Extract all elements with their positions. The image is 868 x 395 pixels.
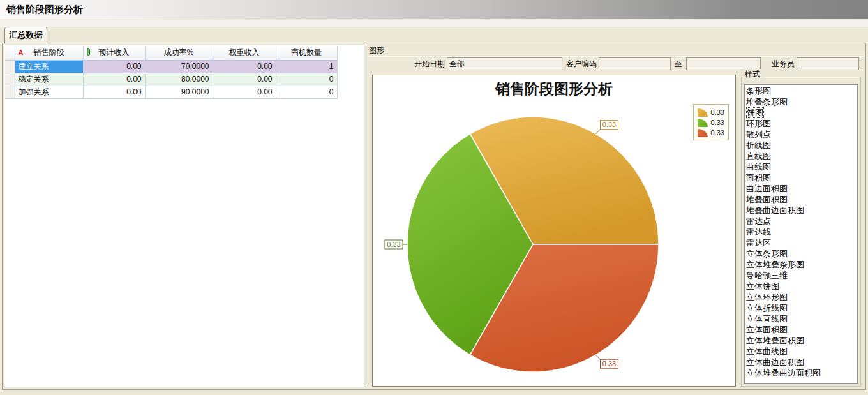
column-header-0[interactable]: A销售阶段 <box>15 46 83 60</box>
style-option[interactable]: 曲线图 <box>745 161 857 172</box>
style-option[interactable]: 雷达区 <box>745 237 857 248</box>
style-option[interactable]: 雷达线 <box>745 227 857 237</box>
column-header-3[interactable]: 权重收入 <box>213 46 276 60</box>
style-option[interactable]: 雷达点 <box>745 216 857 227</box>
row-indicator[interactable] <box>5 60 15 73</box>
table-cell[interactable]: 90.0000 <box>145 86 213 98</box>
table-cell[interactable]: 加强关系 <box>15 86 83 98</box>
pie-chart: 0.33 0.33 0.33 <box>373 75 737 387</box>
summary-table-panel: A销售阶段预计收入成功率%权重收入商机数量建立关系0.0070.00000.00… <box>4 45 364 387</box>
table-cell[interactable]: 建立关系 <box>15 60 83 73</box>
legend-item: 0.33 <box>698 117 724 128</box>
row-indicator[interactable] <box>5 86 15 98</box>
tab-summary-data-label: 汇总数据 <box>10 30 43 40</box>
row-indicator[interactable] <box>5 73 15 86</box>
table-cell[interactable]: 0.00 <box>213 60 276 73</box>
table-cell[interactable]: 1 <box>276 60 337 73</box>
style-option[interactable]: 立体堆叠面积图 <box>745 335 857 346</box>
top-strip <box>0 20 868 27</box>
table-cell[interactable]: 0 <box>276 73 337 86</box>
style-group-label: 样式 <box>743 69 762 80</box>
chart-area: 0.33 0.33 0.33 销售阶段图形分析 0.33 0.33 0.33 <box>372 75 736 387</box>
table-row[interactable]: 建立关系0.0070.00000.001 <box>5 60 337 73</box>
style-option[interactable]: 堆叠面积图 <box>745 194 857 205</box>
style-option[interactable]: 立体直线图 <box>745 313 857 324</box>
style-option[interactable]: 立体条形图 <box>745 248 857 259</box>
data-label-value: 0.33 <box>602 121 616 128</box>
chart-style-listbox[interactable]: 条形图堆叠条形图饼图环形图散列点折线图直线图曲线图面积图曲边面积图堆叠面积图堆叠… <box>744 84 858 384</box>
tab-summary-data[interactable]: 汇总数据 <box>4 27 47 43</box>
table-cell[interactable]: 0.00 <box>83 73 145 86</box>
group-separator <box>368 56 864 57</box>
style-option[interactable]: 散列点 <box>745 129 857 140</box>
style-option[interactable]: 立体曲线图 <box>745 346 857 357</box>
data-label-connector <box>596 355 601 359</box>
legend-value: 0.33 <box>711 129 724 137</box>
style-option[interactable]: 立体曲边面积图 <box>745 357 857 368</box>
style-option[interactable]: 饼图 <box>745 107 857 118</box>
column-header-label: 权重收入 <box>229 48 260 57</box>
table-cell[interactable]: 稳定关系 <box>15 73 83 86</box>
customer-code-label: 客户编码 <box>561 57 597 70</box>
column-header-label: 成功率% <box>164 48 194 57</box>
style-option[interactable]: 立体面积图 <box>745 324 857 335</box>
data-label-value: 0.33 <box>387 241 400 248</box>
table-cell[interactable]: 70.0000 <box>145 60 213 73</box>
legend-item: 0.33 <box>698 128 724 138</box>
customer-code-to-input[interactable] <box>686 57 761 70</box>
start-date-input[interactable] <box>447 57 562 70</box>
style-option[interactable]: 曲边面积图 <box>745 183 857 194</box>
column-header-label: 预计收入 <box>99 48 130 57</box>
style-option[interactable]: 堆叠曲边面积图 <box>745 205 857 216</box>
style-option[interactable]: 曼哈顿三维 <box>745 270 857 281</box>
content-panel: A销售阶段预计收入成功率%权重收入商机数量建立关系0.0070.00000.00… <box>2 43 866 390</box>
table-cell[interactable]: 0.00 <box>83 86 145 98</box>
start-date-label: 开始日期 <box>409 57 445 70</box>
style-option[interactable]: 立体环形图 <box>745 292 857 302</box>
column-header-label: 商机数量 <box>291 48 322 57</box>
legend-item: 0.33 <box>698 107 724 117</box>
selected-style-focus: 饼图 <box>746 107 764 118</box>
salesman-input[interactable] <box>797 57 859 70</box>
table-cell[interactable]: 0 <box>276 86 337 98</box>
table-cell[interactable]: 0.00 <box>83 60 145 73</box>
table-cell[interactable]: 0.00 <box>213 86 276 98</box>
text-column-icon: A <box>19 48 24 56</box>
legend-value: 0.33 <box>711 108 724 116</box>
row-indicator-header <box>5 46 15 60</box>
legend-swatch-slice-green <box>698 119 708 127</box>
style-option[interactable]: 条形图 <box>745 86 857 96</box>
style-group: 条形图堆叠条形图饼图环形图散列点折线图直线图曲线图面积图曲边面积图堆叠面积图堆叠… <box>741 77 861 387</box>
table-row[interactable]: 加强关系0.0090.00000.000 <box>5 86 337 98</box>
table-cell[interactable]: 80.0000 <box>145 73 213 86</box>
tab-strip: 汇总数据 <box>0 27 868 43</box>
window-title: 销售阶段图形分析 <box>6 4 83 16</box>
graph-group-label: 图形 <box>369 45 384 56</box>
style-option[interactable]: 折线图 <box>745 140 857 151</box>
column-header-label: 销售阶段 <box>34 48 64 57</box>
table-row[interactable]: 稳定关系0.0080.00000.000 <box>5 73 337 86</box>
customer-code-input[interactable] <box>599 57 671 70</box>
style-option[interactable]: 环形图 <box>745 118 857 129</box>
style-option[interactable]: 堆叠条形图 <box>745 96 857 107</box>
style-option[interactable]: 立体堆叠曲边面积图 <box>745 368 857 378</box>
data-label-connector <box>596 130 601 134</box>
style-option[interactable]: 面积图 <box>745 172 857 183</box>
numeric-column-icon <box>87 48 90 56</box>
window-title-bar: 销售阶段图形分析 <box>0 0 868 19</box>
to-label: 至 <box>672 57 682 70</box>
chart-legend: 0.33 0.33 0.33 <box>693 104 729 140</box>
chart-title: 销售阶段图形分析 <box>373 79 735 99</box>
salesman-label: 业务员 <box>767 57 795 70</box>
data-label-value: 0.33 <box>602 360 616 368</box>
style-option[interactable]: 立体折线图 <box>745 302 857 313</box>
style-option[interactable]: 立体堆叠条形图 <box>745 259 857 270</box>
legend-swatch-slice-red <box>698 129 708 137</box>
column-header-4[interactable]: 商机数量 <box>276 46 337 60</box>
legend-value: 0.33 <box>711 119 724 126</box>
style-option[interactable]: 立体饼图 <box>745 281 857 292</box>
style-option[interactable]: 直线图 <box>745 151 857 161</box>
column-header-1[interactable]: 预计收入 <box>83 46 145 60</box>
column-header-2[interactable]: 成功率% <box>145 46 213 60</box>
table-cell[interactable]: 0.00 <box>213 73 276 86</box>
